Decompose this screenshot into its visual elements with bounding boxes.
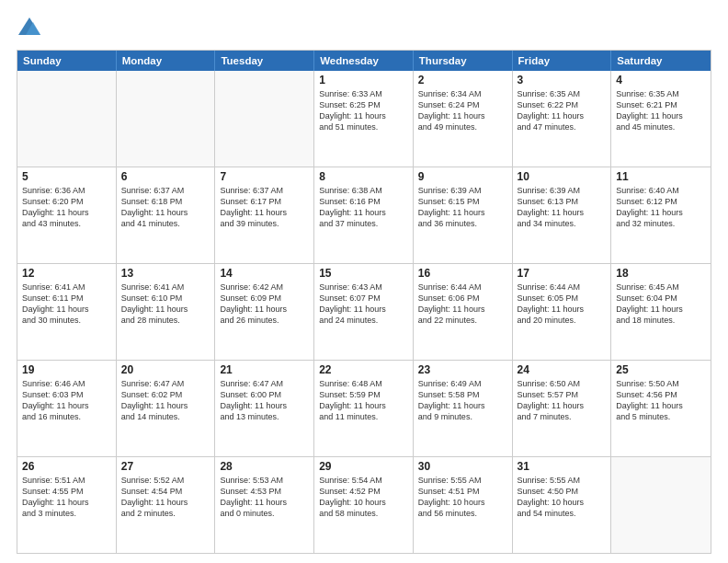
day-number: 13 bbox=[121, 267, 210, 280]
day-number: 21 bbox=[220, 363, 309, 376]
cell-info: Sunrise: 6:37 AMSunset: 6:17 PMDaylight:… bbox=[220, 185, 309, 230]
calendar-week: 12Sunrise: 6:41 AMSunset: 6:11 PMDayligh… bbox=[17, 263, 711, 360]
day-number: 27 bbox=[121, 460, 210, 473]
calendar-cell: 14Sunrise: 6:42 AMSunset: 6:09 PMDayligh… bbox=[215, 264, 314, 360]
calendar-week: 1Sunrise: 6:33 AMSunset: 6:25 PMDaylight… bbox=[17, 71, 711, 167]
day-number: 28 bbox=[220, 460, 309, 473]
calendar-week: 5Sunrise: 6:36 AMSunset: 6:20 PMDaylight… bbox=[17, 167, 711, 263]
day-number: 12 bbox=[22, 267, 111, 280]
calendar-week: 19Sunrise: 6:46 AMSunset: 6:03 PMDayligh… bbox=[17, 360, 711, 456]
calendar-cell bbox=[117, 71, 216, 167]
cell-info: Sunrise: 6:46 AMSunset: 6:03 PMDaylight:… bbox=[22, 378, 111, 423]
day-number: 6 bbox=[121, 170, 210, 183]
calendar-cell: 12Sunrise: 6:41 AMSunset: 6:11 PMDayligh… bbox=[17, 264, 117, 360]
cell-info: Sunrise: 6:35 AMSunset: 6:22 PMDaylight:… bbox=[518, 88, 607, 133]
calendar-cell: 26Sunrise: 5:51 AMSunset: 4:55 PMDayligh… bbox=[17, 457, 117, 553]
calendar-header-row: SundayMondayTuesdayWednesdayThursdayFrid… bbox=[17, 51, 711, 71]
day-number: 2 bbox=[418, 74, 507, 86]
cell-info: Sunrise: 6:33 AMSunset: 6:25 PMDaylight:… bbox=[319, 88, 408, 133]
calendar-cell: 20Sunrise: 6:47 AMSunset: 6:02 PMDayligh… bbox=[117, 361, 216, 456]
calendar-cell: 31Sunrise: 5:55 AMSunset: 4:50 PMDayligh… bbox=[513, 457, 612, 553]
day-number: 9 bbox=[418, 170, 507, 183]
day-number: 15 bbox=[319, 267, 408, 280]
cell-info: Sunrise: 6:37 AMSunset: 6:18 PMDaylight:… bbox=[121, 185, 210, 230]
cell-info: Sunrise: 5:51 AMSunset: 4:55 PMDaylight:… bbox=[22, 475, 111, 520]
day-number: 1 bbox=[319, 74, 408, 86]
cell-info: Sunrise: 6:38 AMSunset: 6:16 PMDaylight:… bbox=[319, 185, 408, 230]
cell-info: Sunrise: 6:45 AMSunset: 6:04 PMDaylight:… bbox=[616, 282, 706, 327]
calendar-cell: 24Sunrise: 6:50 AMSunset: 5:57 PMDayligh… bbox=[513, 361, 612, 456]
cell-info: Sunrise: 5:54 AMSunset: 4:52 PMDaylight:… bbox=[319, 475, 408, 520]
calendar-cell: 28Sunrise: 5:53 AMSunset: 4:53 PMDayligh… bbox=[215, 457, 314, 553]
cell-info: Sunrise: 5:53 AMSunset: 4:53 PMDaylight:… bbox=[220, 475, 309, 520]
calendar-cell: 25Sunrise: 5:50 AMSunset: 4:56 PMDayligh… bbox=[611, 361, 711, 456]
day-number: 17 bbox=[518, 267, 607, 280]
calendar-day-header: Monday bbox=[117, 51, 216, 71]
cell-info: Sunrise: 6:47 AMSunset: 6:02 PMDaylight:… bbox=[121, 378, 210, 423]
calendar-body: 1Sunrise: 6:33 AMSunset: 6:25 PMDaylight… bbox=[17, 71, 711, 553]
calendar-cell: 3Sunrise: 6:35 AMSunset: 6:22 PMDaylight… bbox=[513, 71, 612, 167]
calendar-cell: 10Sunrise: 6:39 AMSunset: 6:13 PMDayligh… bbox=[513, 167, 612, 263]
cell-info: Sunrise: 6:47 AMSunset: 6:00 PMDaylight:… bbox=[220, 378, 309, 423]
cell-info: Sunrise: 6:35 AMSunset: 6:21 PMDaylight:… bbox=[616, 88, 706, 133]
cell-info: Sunrise: 5:55 AMSunset: 4:51 PMDaylight:… bbox=[418, 475, 507, 520]
calendar-cell: 13Sunrise: 6:41 AMSunset: 6:10 PMDayligh… bbox=[117, 264, 216, 360]
cell-info: Sunrise: 6:42 AMSunset: 6:09 PMDaylight:… bbox=[220, 282, 309, 327]
calendar-cell: 21Sunrise: 6:47 AMSunset: 6:00 PMDayligh… bbox=[215, 361, 314, 456]
day-number: 22 bbox=[319, 363, 408, 376]
cell-info: Sunrise: 5:50 AMSunset: 4:56 PMDaylight:… bbox=[616, 378, 706, 423]
calendar-cell: 6Sunrise: 6:37 AMSunset: 6:18 PMDaylight… bbox=[117, 167, 216, 263]
cell-info: Sunrise: 6:39 AMSunset: 6:15 PMDaylight:… bbox=[418, 185, 507, 230]
calendar-cell bbox=[215, 71, 314, 167]
day-number: 4 bbox=[616, 74, 706, 86]
cell-info: Sunrise: 6:34 AMSunset: 6:24 PMDaylight:… bbox=[418, 88, 507, 133]
day-number: 14 bbox=[220, 267, 309, 280]
calendar-cell: 4Sunrise: 6:35 AMSunset: 6:21 PMDaylight… bbox=[611, 71, 711, 167]
calendar-cell: 8Sunrise: 6:38 AMSunset: 6:16 PMDaylight… bbox=[314, 167, 414, 263]
cell-info: Sunrise: 6:39 AMSunset: 6:13 PMDaylight:… bbox=[518, 185, 607, 230]
calendar-day-header: Wednesday bbox=[314, 51, 414, 71]
calendar-cell: 23Sunrise: 6:49 AMSunset: 5:58 PMDayligh… bbox=[414, 361, 513, 456]
day-number: 29 bbox=[319, 460, 408, 473]
day-number: 5 bbox=[22, 170, 111, 183]
day-number: 24 bbox=[518, 363, 607, 376]
calendar-cell: 1Sunrise: 6:33 AMSunset: 6:25 PMDaylight… bbox=[314, 71, 414, 167]
calendar-cell: 19Sunrise: 6:46 AMSunset: 6:03 PMDayligh… bbox=[17, 361, 117, 456]
calendar-cell: 5Sunrise: 6:36 AMSunset: 6:20 PMDaylight… bbox=[17, 167, 117, 263]
day-number: 3 bbox=[518, 74, 607, 86]
day-number: 16 bbox=[418, 267, 507, 280]
cell-info: Sunrise: 6:44 AMSunset: 6:05 PMDaylight:… bbox=[518, 282, 607, 327]
header bbox=[17, 15, 711, 40]
calendar-cell: 27Sunrise: 5:52 AMSunset: 4:54 PMDayligh… bbox=[117, 457, 216, 553]
calendar-cell: 7Sunrise: 6:37 AMSunset: 6:17 PMDaylight… bbox=[215, 167, 314, 263]
day-number: 26 bbox=[22, 460, 111, 473]
cell-info: Sunrise: 5:52 AMSunset: 4:54 PMDaylight:… bbox=[121, 475, 210, 520]
calendar-cell: 17Sunrise: 6:44 AMSunset: 6:05 PMDayligh… bbox=[513, 264, 612, 360]
cell-info: Sunrise: 6:48 AMSunset: 5:59 PMDaylight:… bbox=[319, 378, 408, 423]
day-number: 20 bbox=[121, 363, 210, 376]
calendar-day-header: Saturday bbox=[611, 51, 711, 71]
day-number: 7 bbox=[220, 170, 309, 183]
cell-info: Sunrise: 6:36 AMSunset: 6:20 PMDaylight:… bbox=[22, 185, 111, 230]
day-number: 31 bbox=[518, 460, 607, 473]
day-number: 23 bbox=[418, 363, 507, 376]
cell-info: Sunrise: 6:41 AMSunset: 6:10 PMDaylight:… bbox=[121, 282, 210, 327]
cell-info: Sunrise: 6:40 AMSunset: 6:12 PMDaylight:… bbox=[616, 185, 706, 230]
logo bbox=[17, 15, 44, 40]
cell-info: Sunrise: 5:55 AMSunset: 4:50 PMDaylight:… bbox=[518, 475, 607, 520]
day-number: 10 bbox=[518, 170, 607, 183]
calendar-cell: 9Sunrise: 6:39 AMSunset: 6:15 PMDaylight… bbox=[414, 167, 513, 263]
calendar-cell: 30Sunrise: 5:55 AMSunset: 4:51 PMDayligh… bbox=[414, 457, 513, 553]
cell-info: Sunrise: 6:44 AMSunset: 6:06 PMDaylight:… bbox=[418, 282, 507, 327]
calendar-day-header: Friday bbox=[513, 51, 612, 71]
calendar-cell: 29Sunrise: 5:54 AMSunset: 4:52 PMDayligh… bbox=[314, 457, 414, 553]
day-number: 8 bbox=[319, 170, 408, 183]
day-number: 25 bbox=[616, 363, 706, 376]
calendar-cell: 15Sunrise: 6:43 AMSunset: 6:07 PMDayligh… bbox=[314, 264, 414, 360]
calendar-cell: 18Sunrise: 6:45 AMSunset: 6:04 PMDayligh… bbox=[611, 264, 711, 360]
calendar-day-header: Tuesday bbox=[215, 51, 314, 71]
calendar-cell: 16Sunrise: 6:44 AMSunset: 6:06 PMDayligh… bbox=[414, 264, 513, 360]
day-number: 11 bbox=[616, 170, 706, 183]
day-number: 30 bbox=[418, 460, 507, 473]
page: SundayMondayTuesdayWednesdayThursdayFrid… bbox=[0, 0, 728, 563]
